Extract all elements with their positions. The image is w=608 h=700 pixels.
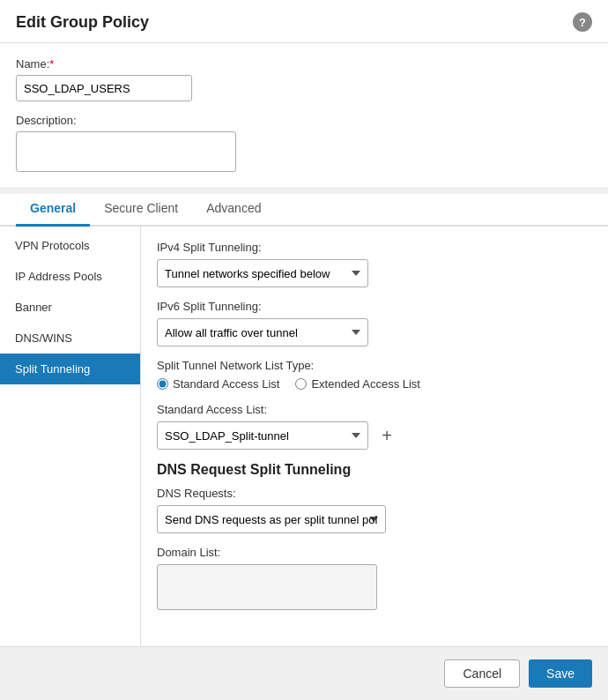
header: Edit Group Policy ? bbox=[0, 0, 608, 43]
tabs-bar: General Secure Client Advanced bbox=[0, 194, 608, 227]
ipv4-label: IPv4 Split Tunneling: bbox=[157, 241, 592, 254]
sidebar-item-ip-address-pools[interactable]: IP Address Pools bbox=[0, 261, 140, 292]
description-input[interactable] bbox=[16, 131, 236, 172]
radio-group: Standard Access List Extended Access Lis… bbox=[157, 377, 592, 391]
name-input[interactable] bbox=[16, 75, 192, 101]
form-section: Name:* Description: bbox=[0, 43, 608, 187]
radio-extended-label[interactable]: Extended Access List bbox=[295, 377, 420, 391]
content-area: VPN Protocols IP Address Pools Banner DN… bbox=[0, 227, 608, 646]
sidebar-item-banner[interactable]: Banner bbox=[0, 292, 140, 323]
ipv6-dropdown[interactable]: Allow all traffic over tunnel Tunnel net… bbox=[157, 318, 368, 346]
domain-list-input[interactable] bbox=[157, 564, 377, 610]
radio-extended-input[interactable] bbox=[295, 378, 307, 390]
page-container: Edit Group Policy ? Name:* Description: … bbox=[0, 0, 608, 700]
dns-section-title: DNS Request Split Tunneling bbox=[157, 462, 592, 478]
help-icon[interactable]: ? bbox=[573, 12, 592, 32]
split-tunnel-type-label: Split Tunnel Network List Type: bbox=[157, 359, 592, 372]
main-content: IPv4 Split Tunneling: Tunnel networks sp… bbox=[141, 227, 608, 646]
radio-standard-input[interactable] bbox=[157, 378, 168, 390]
standard-access-list-group: Standard Access List: SSO_LDAP_Split-tun… bbox=[157, 403, 592, 450]
name-label-text: Name: bbox=[16, 57, 49, 71]
name-label: Name:* bbox=[16, 57, 592, 71]
sidebar: VPN Protocols IP Address Pools Banner DN… bbox=[0, 227, 141, 646]
sidebar-item-dns-wins[interactable]: DNS/WINS bbox=[0, 323, 140, 354]
description-label: Description: bbox=[16, 114, 592, 127]
ipv4-field-group: IPv4 Split Tunneling: Tunnel networks sp… bbox=[157, 241, 592, 287]
save-button[interactable]: Save bbox=[529, 659, 592, 688]
domain-list-label: Domain List: bbox=[157, 546, 592, 559]
radio-extended-text: Extended Access List bbox=[311, 377, 420, 391]
standard-access-list-row: SSO_LDAP_Split-tunnel + bbox=[157, 421, 592, 450]
sidebar-item-split-tunneling[interactable]: Split Tunneling bbox=[0, 354, 140, 384]
cancel-button[interactable]: Cancel bbox=[444, 659, 520, 688]
description-field-group: Description: bbox=[16, 114, 592, 175]
standard-access-list-dropdown[interactable]: SSO_LDAP_Split-tunnel bbox=[157, 421, 368, 450]
ipv6-field-group: IPv6 Split Tunneling: Allow all traffic … bbox=[157, 300, 592, 346]
tab-secure-client[interactable]: Secure Client bbox=[90, 194, 192, 227]
dns-section: DNS Request Split Tunneling DNS Requests… bbox=[157, 462, 592, 533]
name-required-indicator: * bbox=[49, 57, 54, 71]
footer-bar: Cancel Save bbox=[0, 646, 608, 700]
ipv4-dropdown[interactable]: Tunnel networks specified below Tunnel a… bbox=[157, 259, 368, 287]
ipv6-label: IPv6 Split Tunneling: bbox=[157, 300, 592, 313]
radio-standard-label[interactable]: Standard Access List bbox=[157, 377, 279, 391]
tab-advanced[interactable]: Advanced bbox=[192, 194, 275, 227]
tab-general[interactable]: General bbox=[16, 194, 90, 227]
standard-access-list-label: Standard Access List: bbox=[157, 403, 592, 416]
dns-requests-label: DNS Requests: bbox=[157, 487, 592, 500]
radio-standard-text: Standard Access List bbox=[173, 377, 279, 391]
split-tunnel-type-group: Split Tunnel Network List Type: Standard… bbox=[157, 359, 592, 391]
domain-list-group: Domain List: bbox=[157, 546, 592, 613]
page-title: Edit Group Policy bbox=[16, 13, 149, 32]
add-button[interactable]: + bbox=[375, 424, 398, 447]
dns-requests-dropdown[interactable]: Send DNS requests as per split tunnel po… bbox=[157, 505, 386, 533]
sidebar-item-vpn-protocols[interactable]: VPN Protocols bbox=[0, 230, 140, 261]
name-field-group: Name:* bbox=[16, 57, 592, 101]
